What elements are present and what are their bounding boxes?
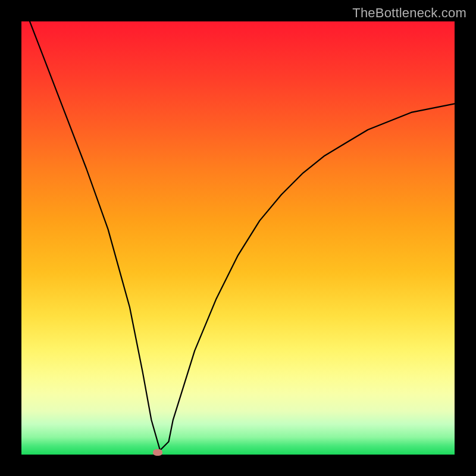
optimum-marker: [153, 449, 162, 456]
bottleneck-curve: [21, 21, 455, 455]
plot-area: [21, 21, 455, 455]
watermark-text: TheBottleneck.com: [352, 5, 466, 21]
chart-frame: TheBottleneck.com: [0, 0, 476, 476]
